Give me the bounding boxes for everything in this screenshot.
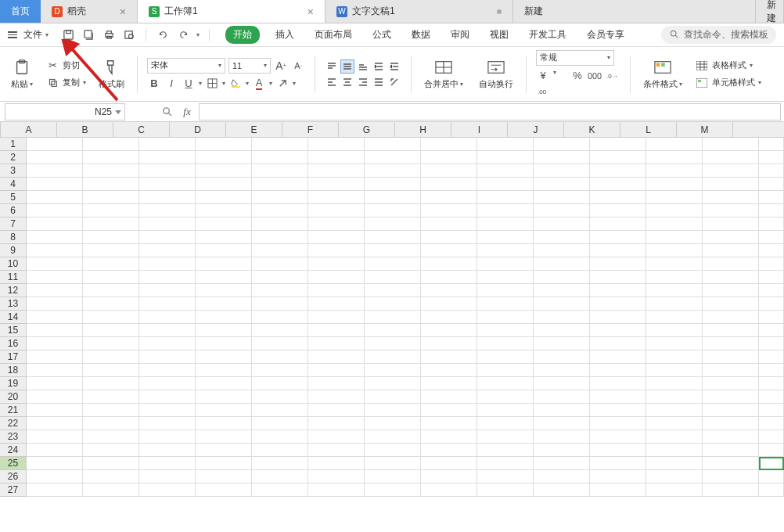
cell[interactable] <box>139 470 196 483</box>
cell[interactable] <box>534 271 590 284</box>
cell[interactable] <box>534 444 590 457</box>
cell[interactable] <box>421 244 477 257</box>
cell[interactable] <box>759 244 784 257</box>
cell[interactable] <box>421 377 477 390</box>
search-box[interactable]: 查找命令、搜索模板 <box>661 26 776 44</box>
cell[interactable] <box>83 444 139 457</box>
row-header[interactable]: 9 <box>0 244 27 257</box>
column-header[interactable]: K <box>564 122 620 138</box>
row-header[interactable]: 21 <box>0 404 27 417</box>
cell[interactable] <box>139 178 196 191</box>
cell[interactable] <box>27 231 83 244</box>
cell[interactable] <box>534 483 590 497</box>
cut-button[interactable]: ✂剪切 <box>45 59 86 73</box>
cell[interactable] <box>196 204 252 217</box>
font-size-select[interactable]: 11▾ <box>228 58 271 74</box>
cell[interactable] <box>308 204 365 217</box>
cell[interactable] <box>365 350 421 364</box>
cell[interactable] <box>252 444 308 457</box>
cell[interactable] <box>308 483 365 497</box>
format-painter-button[interactable]: 格式刷 <box>95 56 128 92</box>
cell[interactable] <box>308 377 365 390</box>
cell[interactable] <box>703 337 759 350</box>
cell[interactable] <box>534 457 590 470</box>
cell[interactable] <box>252 231 308 244</box>
cell[interactable] <box>308 178 365 191</box>
cell[interactable] <box>27 311 83 324</box>
close-icon[interactable]: × <box>120 5 126 18</box>
cell[interactable] <box>759 404 784 417</box>
cell[interactable] <box>83 430 139 444</box>
cell[interactable] <box>365 271 421 284</box>
cell[interactable] <box>27 364 83 377</box>
cell[interactable] <box>365 337 421 350</box>
cell[interactable] <box>139 457 196 470</box>
cell[interactable] <box>477 364 534 377</box>
cell[interactable] <box>477 430 534 444</box>
cell[interactable] <box>534 217 590 231</box>
cell[interactable] <box>421 204 477 217</box>
cell[interactable] <box>590 337 646 350</box>
tab-new-2[interactable]: 新建 <box>756 0 784 23</box>
cell[interactable] <box>252 244 308 257</box>
cell[interactable] <box>196 311 252 324</box>
cell[interactable] <box>365 217 421 231</box>
cell[interactable] <box>196 390 252 404</box>
cell[interactable] <box>646 377 703 390</box>
cell[interactable] <box>365 324 421 337</box>
cell[interactable] <box>27 404 83 417</box>
row-header[interactable]: 5 <box>0 191 27 204</box>
cell[interactable] <box>759 364 784 377</box>
cell[interactable] <box>646 364 703 377</box>
cell[interactable] <box>308 138 365 151</box>
cell[interactable] <box>365 231 421 244</box>
cell[interactable] <box>477 377 534 390</box>
cell[interactable] <box>196 164 252 178</box>
cell[interactable] <box>421 191 477 204</box>
cell[interactable] <box>534 377 590 390</box>
cell[interactable] <box>534 324 590 337</box>
cell[interactable] <box>196 377 252 390</box>
print-icon[interactable] <box>102 28 116 42</box>
row-header[interactable]: 20 <box>0 390 27 404</box>
conditional-format-button[interactable]: 条件格式▾ <box>640 56 685 92</box>
cell[interactable] <box>252 204 308 217</box>
cell[interactable] <box>759 297 784 311</box>
cell[interactable] <box>365 390 421 404</box>
cell[interactable] <box>27 244 83 257</box>
cell[interactable] <box>27 164 83 178</box>
cell[interactable] <box>646 284 703 297</box>
cell[interactable] <box>252 377 308 390</box>
row-header[interactable]: 24 <box>0 444 27 457</box>
cell[interactable] <box>83 217 139 231</box>
chevron-down-icon[interactable]: ▾ <box>199 80 202 87</box>
cell[interactable] <box>646 350 703 364</box>
cell[interactable] <box>534 164 590 178</box>
cell[interactable] <box>534 191 590 204</box>
cell[interactable] <box>477 297 534 311</box>
row-header[interactable]: 15 <box>0 324 27 337</box>
cell[interactable] <box>196 138 252 151</box>
cell[interactable] <box>477 324 534 337</box>
cell[interactable] <box>477 483 534 497</box>
cell[interactable] <box>759 271 784 284</box>
cell[interactable] <box>646 337 703 350</box>
cell[interactable] <box>421 284 477 297</box>
cell[interactable] <box>27 417 83 430</box>
cell[interactable] <box>139 244 196 257</box>
cell[interactable] <box>365 284 421 297</box>
cell[interactable] <box>534 284 590 297</box>
cell[interactable] <box>646 470 703 483</box>
cell[interactable] <box>477 444 534 457</box>
cell[interactable] <box>83 164 139 178</box>
cell[interactable] <box>27 204 83 217</box>
cell[interactable] <box>27 138 83 151</box>
cell[interactable] <box>421 151 477 164</box>
cell[interactable] <box>308 430 365 444</box>
cell[interactable] <box>196 470 252 483</box>
cell[interactable] <box>534 257 590 271</box>
cell[interactable] <box>421 417 477 430</box>
cell[interactable] <box>534 138 590 151</box>
hamburger-icon[interactable] <box>8 31 17 38</box>
cell[interactable] <box>196 404 252 417</box>
